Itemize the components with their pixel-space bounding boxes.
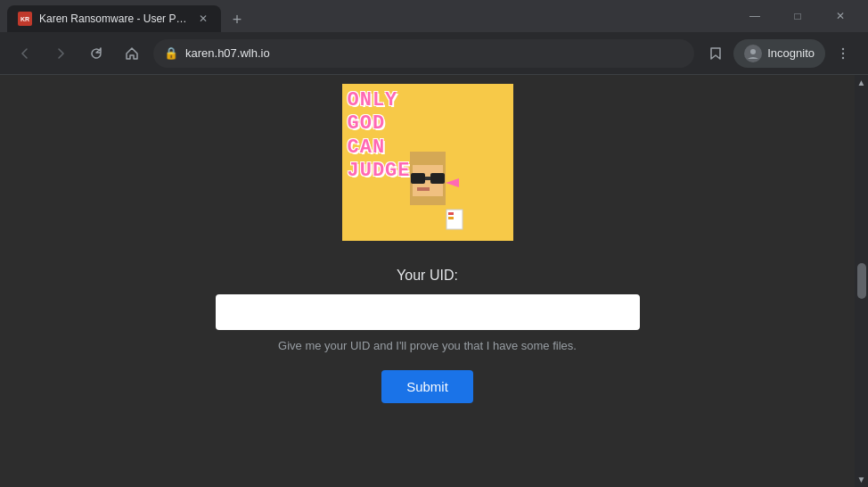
uid-input[interactable] bbox=[216, 294, 640, 330]
svg-point-3 bbox=[842, 56, 844, 58]
scrollbar-thumb[interactable] bbox=[857, 263, 866, 299]
tab-favicon: KR bbox=[18, 12, 32, 26]
pixel-art-image: ONLYGODCANJUDGE bbox=[342, 84, 513, 241]
scrollbar[interactable]: ▲ ▼ bbox=[855, 75, 868, 487]
svg-rect-12 bbox=[448, 212, 454, 215]
maximize-button[interactable]: □ bbox=[777, 0, 818, 32]
toolbar: 🔒 karen.h07.wlh.io Incognito bbox=[0, 32, 868, 75]
address-bar[interactable]: 🔒 karen.h07.wlh.io bbox=[153, 39, 694, 68]
minimize-button[interactable]: — bbox=[734, 0, 775, 32]
svg-rect-6 bbox=[411, 173, 425, 184]
titlebar: KR Karen Ransomware - User Portal ✕ + — … bbox=[0, 0, 868, 32]
svg-point-1 bbox=[842, 47, 844, 49]
page-content: ONLYGODCANJUDGE bbox=[0, 75, 855, 487]
tab-strip: KR Karen Ransomware - User Portal ✕ + bbox=[7, 0, 731, 32]
lock-icon: 🔒 bbox=[164, 46, 178, 60]
new-tab-button[interactable]: + bbox=[225, 7, 250, 32]
pixel-art-container: ONLYGODCANJUDGE bbox=[342, 84, 513, 241]
tab-close-button[interactable]: ✕ bbox=[196, 12, 210, 26]
svg-marker-10 bbox=[446, 178, 459, 187]
uid-hint: Give me your UID and I'll prove you that… bbox=[278, 339, 577, 352]
url-text: karen.h07.wlh.io bbox=[185, 46, 684, 60]
svg-rect-13 bbox=[448, 217, 454, 219]
submit-button[interactable]: Submit bbox=[381, 370, 473, 403]
window-controls: — □ ✕ bbox=[734, 0, 861, 32]
scrollbar-up-arrow[interactable]: ▲ bbox=[855, 75, 868, 90]
svg-rect-7 bbox=[430, 173, 445, 184]
svg-point-2 bbox=[842, 52, 844, 54]
svg-point-0 bbox=[750, 49, 756, 54]
active-tab[interactable]: KR Karen Ransomware - User Portal ✕ bbox=[7, 5, 221, 32]
forward-button[interactable] bbox=[46, 39, 75, 68]
refresh-button[interactable] bbox=[82, 39, 111, 68]
pixel-figure bbox=[388, 152, 468, 241]
incognito-icon bbox=[744, 45, 762, 62]
close-button[interactable]: ✕ bbox=[820, 0, 861, 32]
scrollbar-down-arrow[interactable]: ▼ bbox=[855, 472, 868, 487]
back-button[interactable] bbox=[11, 39, 39, 68]
menu-button[interactable] bbox=[829, 39, 857, 68]
incognito-button[interactable]: Incognito bbox=[733, 39, 825, 68]
bookmark-button[interactable] bbox=[701, 39, 730, 68]
incognito-label: Incognito bbox=[767, 46, 815, 60]
tab-title: Karen Ransomware - User Portal bbox=[39, 12, 189, 25]
svg-rect-8 bbox=[425, 177, 430, 180]
toolbar-right: Incognito bbox=[701, 39, 857, 68]
svg-rect-9 bbox=[417, 187, 430, 191]
home-button[interactable] bbox=[118, 39, 146, 68]
uid-label: Your UID: bbox=[397, 268, 458, 284]
